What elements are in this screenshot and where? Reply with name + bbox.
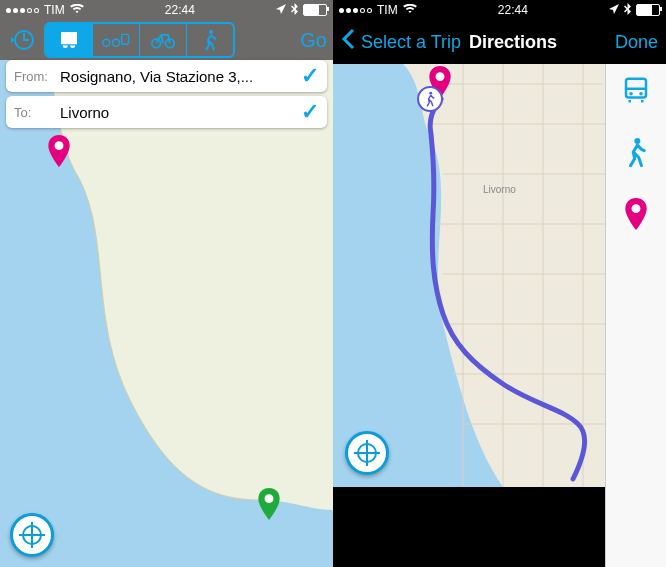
clock: 22:44 (165, 3, 195, 17)
back-chevron-icon[interactable] (341, 28, 355, 56)
signal-dots (6, 8, 39, 13)
bluetooth-icon (624, 3, 631, 18)
back-label[interactable]: Select a Trip (361, 32, 461, 53)
origin-pin-icon[interactable] (48, 135, 70, 167)
svg-point-14 (639, 92, 643, 96)
svg-point-15 (634, 138, 640, 144)
svg-point-16 (632, 204, 641, 213)
locate-me-button[interactable] (10, 513, 54, 557)
locate-me-button[interactable] (345, 431, 389, 475)
svg-point-7 (55, 141, 64, 150)
mode-segmented-control (44, 22, 235, 58)
battery-icon (303, 4, 327, 16)
bottom-panel (333, 487, 606, 567)
from-label: From: (14, 69, 60, 84)
signal-dots (339, 8, 372, 13)
sidebar-bus-button[interactable] (620, 74, 652, 106)
svg-rect-3 (122, 34, 129, 44)
wifi-icon (403, 3, 417, 17)
location-arrow-icon (609, 3, 619, 17)
carrier-label: TIM (44, 3, 65, 17)
route-fields: From: Rosignano, Via Stazione 3,... ✓ To… (0, 60, 333, 132)
walk-segment-icon (417, 86, 443, 112)
sidebar-walk-button[interactable] (620, 136, 652, 168)
mode-bike-transit[interactable] (93, 24, 140, 56)
wifi-icon (70, 3, 84, 17)
svg-point-2 (113, 39, 120, 46)
from-field[interactable]: From: Rosignano, Via Stazione 3,... ✓ (6, 60, 327, 92)
svg-point-8 (265, 494, 274, 503)
mode-walk[interactable] (187, 24, 233, 56)
svg-point-4 (152, 39, 161, 48)
status-bar: TIM 22:44 (0, 0, 333, 20)
svg-point-10 (436, 72, 445, 81)
to-label: To: (14, 105, 60, 120)
planner-screen: TIM 22:44 (0, 0, 333, 567)
mode-sidebar (605, 64, 666, 567)
sidebar-pin-button[interactable] (620, 198, 652, 230)
mode-bus[interactable] (46, 24, 93, 56)
carrier-label: TIM (377, 3, 398, 17)
mode-bike[interactable] (140, 24, 187, 56)
map-canvas[interactable]: Livorno (333, 64, 606, 487)
destination-pin-icon[interactable] (258, 488, 280, 520)
back-to-map-button[interactable] (6, 25, 38, 55)
battery-icon (636, 4, 660, 16)
svg-point-13 (629, 92, 633, 96)
to-value: Livorno (60, 104, 301, 121)
svg-point-11 (429, 92, 432, 95)
directions-navbar: Select a Trip Directions Done (333, 20, 666, 64)
svg-point-6 (209, 30, 213, 34)
directions-screen: TIM 22:44 Select a Trip Directions Done (333, 0, 666, 567)
planner-toolbar: Go (0, 20, 333, 60)
bluetooth-icon (291, 3, 298, 18)
go-button[interactable]: Go (300, 29, 327, 52)
location-arrow-icon (276, 3, 286, 17)
from-value: Rosignano, Via Stazione 3,... (60, 68, 301, 85)
clock: 22:44 (498, 3, 528, 17)
to-field[interactable]: To: Livorno ✓ (6, 96, 327, 128)
svg-point-1 (103, 39, 110, 46)
page-title: Directions (469, 32, 557, 53)
check-icon: ✓ (301, 63, 319, 89)
status-bar: TIM 22:44 (333, 0, 666, 20)
check-icon: ✓ (301, 99, 319, 125)
done-button[interactable]: Done (615, 32, 658, 53)
